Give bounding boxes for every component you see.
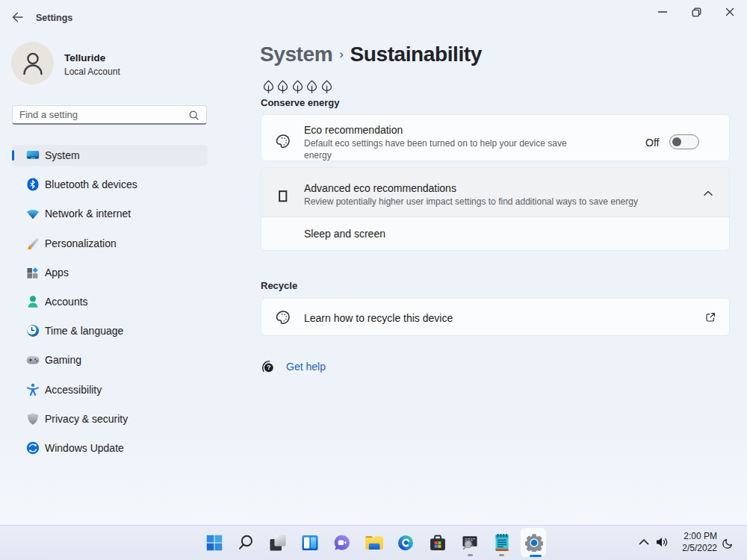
svg-text:?: ? (267, 364, 271, 371)
